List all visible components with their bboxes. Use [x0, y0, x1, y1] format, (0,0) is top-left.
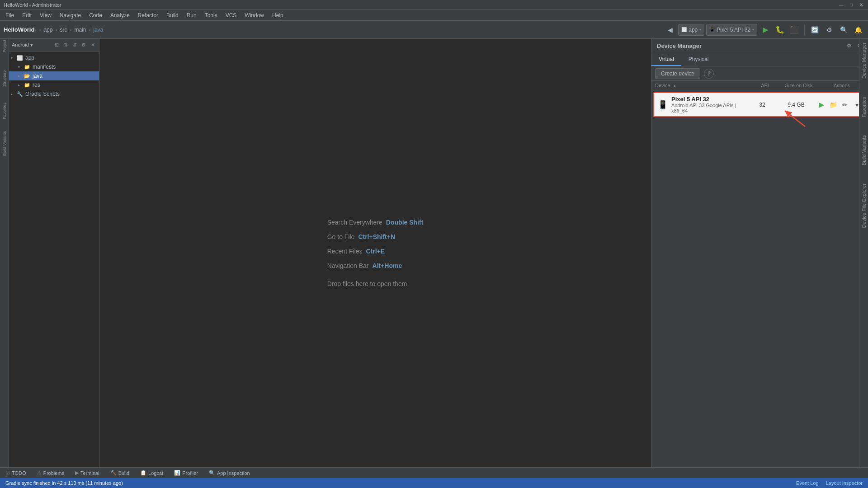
tab-physical[interactable]: Physical: [681, 53, 716, 66]
notifications-button[interactable]: 🔔: [852, 23, 864, 36]
menu-item-navigate[interactable]: Navigate: [56, 11, 85, 19]
device-info: Pixel 5 API 32 Android API 32 Google API…: [671, 96, 749, 113]
col-size-header: Size on Disk: [778, 83, 819, 88]
todo-label: TODO: [12, 470, 26, 476]
close-button[interactable]: ✕: [858, 2, 864, 8]
panel-sort-btn[interactable]: ⇅: [62, 42, 69, 49]
build-label: Build: [118, 470, 129, 476]
breadcrumb-src: src: [60, 27, 67, 33]
problems-label: Problems: [43, 470, 64, 476]
panel-sort2-btn[interactable]: ⇵: [71, 42, 78, 49]
panel-hide-btn[interactable]: ✕: [89, 42, 96, 49]
breadcrumb-main: main: [74, 27, 86, 33]
tree-item-res[interactable]: ▸ 📁 res: [9, 80, 99, 89]
sync-button[interactable]: 🔄: [808, 23, 821, 36]
tab-virtual[interactable]: Virtual: [651, 53, 681, 66]
device-folder-button[interactable]: 📁: [828, 100, 838, 110]
status-message: Gradle sync finished in 42 s 110 ms (11 …: [5, 480, 796, 486]
device-launch-button[interactable]: ▶: [816, 100, 826, 110]
tab-terminal[interactable]: ▶ Terminal: [73, 470, 101, 476]
dm-toolbar: Create device ?: [651, 66, 868, 81]
menu-item-file[interactable]: File: [2, 11, 18, 19]
favorites-icon[interactable]: Favorites: [1, 108, 8, 115]
hint-nav: Navigation Bar Alt+Home: [327, 262, 424, 269]
sidebar-favorites[interactable]: Favorites: [861, 97, 867, 117]
minimize-button[interactable]: —: [838, 2, 844, 8]
device-description: Android API 32 Google APIs | x86_64: [671, 103, 749, 113]
device-size: 9.4 GB: [776, 102, 816, 108]
tree-item-java[interactable]: ▸ 📂 java: [9, 71, 99, 80]
maximize-button[interactable]: □: [848, 2, 854, 8]
hint-recent-shortcut: Ctrl+E: [366, 248, 385, 255]
right-sidebar: Device Manager Favorites Build Variants …: [859, 39, 868, 467]
device-list-header: Device ▲ API Size on Disk Actions: [651, 81, 868, 90]
sidebar-device-file-explorer[interactable]: Device File Explorer: [861, 183, 867, 228]
app-inspection-icon: 🔍: [209, 470, 215, 476]
search-everywhere-button[interactable]: 🔍: [837, 23, 850, 36]
help-button[interactable]: ?: [704, 69, 714, 79]
tab-problems[interactable]: ⚠ Problems: [35, 470, 66, 476]
debug-button[interactable]: 🐛: [774, 23, 786, 36]
main-layout: Project Structure Favorites Build Varian…: [0, 39, 868, 467]
back-button[interactable]: ◀: [664, 23, 676, 36]
col-actions-header: Actions: [819, 83, 864, 88]
menu-item-vcs[interactable]: VCS: [222, 11, 241, 19]
title-bar-title: HelloWorld - Administrator: [4, 2, 61, 8]
device-api: 32: [749, 102, 776, 108]
file-tree: ▾ ⬜ app ▾ 📁 manifests ▸ 📂 java ▸: [9, 52, 99, 467]
menu-item-run[interactable]: Run: [183, 11, 200, 19]
menu-item-view[interactable]: View: [36, 11, 55, 19]
tree-item-app[interactable]: ▾ ⬜ app: [9, 53, 99, 62]
tab-profiler[interactable]: 📊 Profiler: [172, 470, 200, 476]
run-button[interactable]: ▶: [759, 23, 772, 36]
panel-collapse-btn[interactable]: ⊞: [53, 42, 60, 49]
manifests-icon: 📁: [24, 63, 31, 70]
tab-build[interactable]: 🔨 Build: [108, 470, 131, 476]
app-dropdown[interactable]: ⬜ app ▾: [678, 24, 704, 36]
layout-inspector-link[interactable]: Layout Inspector: [826, 480, 863, 486]
editor-hints: Search Everywhere Double Shift Go to Fil…: [327, 219, 424, 287]
build-variants-icon[interactable]: Build Variants: [1, 140, 8, 147]
tree-label-java: java: [33, 73, 42, 79]
java-icon: 📂: [24, 72, 31, 80]
sidebar-build-variants[interactable]: Build Variants: [861, 135, 867, 165]
tree-label-app: app: [25, 55, 34, 61]
menu-item-help[interactable]: Help: [269, 11, 287, 19]
tree-item-manifests[interactable]: ▾ 📁 manifests: [9, 62, 99, 71]
drop-hint: Drop files here to open them: [327, 280, 407, 287]
todo-icon: ☑: [5, 470, 10, 476]
breadcrumb-java: java: [93, 27, 103, 33]
structure-icon[interactable]: Structure: [1, 75, 8, 82]
create-device-button[interactable]: Create device: [655, 68, 700, 79]
device-edit-button[interactable]: ✏: [840, 100, 850, 110]
menu-item-refactor[interactable]: Refactor: [134, 11, 162, 19]
tree-item-gradle[interactable]: ▸ 🔧 Gradle Scripts: [9, 89, 99, 99]
device-row-pixel5[interactable]: 📱 Pixel 5 API 32 Android API 32 Google A…: [653, 92, 866, 117]
menu-item-tools[interactable]: Tools: [201, 11, 221, 19]
menu-item-code[interactable]: Code: [85, 11, 106, 19]
gradle-icon: 🔧: [16, 90, 24, 98]
sidebar-device-manager[interactable]: Device Manager: [861, 42, 867, 79]
panel-settings-btn[interactable]: ⚙: [80, 42, 87, 49]
tab-logcat[interactable]: 📋 Logcat: [138, 470, 165, 476]
menu-item-window[interactable]: Window: [241, 11, 268, 19]
event-log-link[interactable]: Event Log: [796, 480, 819, 486]
dm-settings-btn[interactable]: ⚙: [845, 42, 853, 50]
device-dropdown[interactable]: 📱 Pixel 5 API 32 ▾: [706, 24, 757, 36]
menu-item-analyze[interactable]: Analyze: [107, 11, 133, 19]
settings-button[interactable]: ⚙: [823, 23, 835, 36]
menu-item-edit[interactable]: Edit: [19, 11, 35, 19]
menu-item-build[interactable]: Build: [163, 11, 182, 19]
project-icon[interactable]: Project: [1, 42, 8, 50]
bottom-bar: ☑ TODO ⚠ Problems ▶ Terminal 🔨 Build 📋 L…: [0, 467, 868, 478]
project-panel: Android ▾ ⊞ ⇅ ⇵ ⚙ ✕ ▾ ⬜ app ▾ 📁 manifest…: [9, 39, 99, 467]
tree-arrow-gradle: ▸: [11, 92, 16, 96]
tab-app-inspection[interactable]: 🔍 App Inspection: [207, 470, 252, 476]
stop-button[interactable]: ⬛: [788, 23, 801, 36]
tree-label-manifests: manifests: [33, 64, 56, 70]
device-dropdown-label: Pixel 5 API 32: [717, 27, 750, 33]
hint-recent: Recent Files Ctrl+E: [327, 248, 424, 255]
tree-label-res: res: [33, 82, 40, 88]
col-device-header: Device ▲: [655, 83, 751, 88]
tab-todo[interactable]: ☑ TODO: [4, 470, 28, 476]
